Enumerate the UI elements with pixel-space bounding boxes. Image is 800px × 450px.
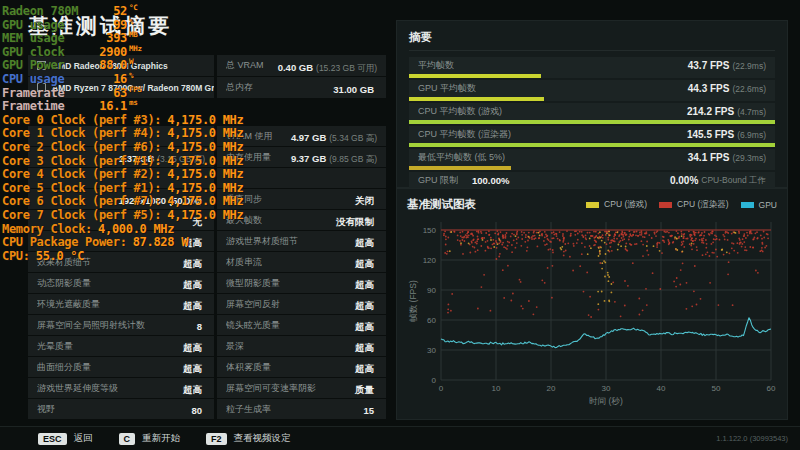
osd-line: Core 0 Clock (perf #3):4,175.0 MHz xyxy=(2,110,245,124)
legend-item: CPU (渲染器) xyxy=(659,199,728,211)
legend-swatch xyxy=(586,202,599,208)
svg-text:60: 60 xyxy=(767,384,776,393)
setting-cell-right: 景深 超高 xyxy=(217,336,386,356)
key-hint[interactable]: ESC 返回 xyxy=(38,432,93,445)
setting-label: 曲面细分质量 xyxy=(37,361,91,374)
svg-text:40: 40 xyxy=(657,384,666,393)
summary-label: 平均帧数 xyxy=(418,59,454,72)
fps-bar xyxy=(409,166,511,170)
device-cell: AMD Ryzen 7 8700G w/ Radeon 780M Graphic… xyxy=(28,77,214,98)
setting-label: 屏幕空间全局照明射线计数 xyxy=(37,319,145,332)
device-chip-icon xyxy=(37,61,46,70)
settings-row: 超高 游戏世界材质细节 超高 xyxy=(28,231,386,251)
osd-unit: °C xyxy=(129,3,137,12)
settings-row: 视野 80 粒子生成率 15 xyxy=(28,399,386,419)
setting-cell-right: VRAM 使用 4.97 GB(5.34 GB 高) xyxy=(217,126,386,146)
summary-row: CPU 平均帧数 (渲染器) 145.5 FPS (6.9ms) xyxy=(409,126,775,147)
chart-title: 基准测试图表 xyxy=(407,197,476,212)
setting-note: (9.85 GB 高) xyxy=(329,154,377,164)
legend-swatch xyxy=(741,202,754,208)
setting-cell-left: 游戏世界延伸度等级 超高 xyxy=(28,378,214,398)
settings-row: 无 最大帧数 没有限制 xyxy=(28,210,386,230)
summary-row: GPU 平均帧数 44.3 FPS (22.6ms) xyxy=(409,80,775,101)
summary-label: CPU 平均帧数 (渲染器) xyxy=(418,128,511,141)
setting-cell-right: 屏幕空间可变速率阴影 质量 xyxy=(217,378,386,398)
setting-label: 体积雾质量 xyxy=(226,361,271,374)
setting-label: 游戏世界材质细节 xyxy=(226,235,298,248)
summary-value: 34.1 FPS xyxy=(688,152,730,163)
device-stat-cell: 总内存 31.00 GB xyxy=(217,77,386,98)
svg-text:0: 0 xyxy=(432,376,437,385)
summary-value: 0.00% xyxy=(670,175,698,186)
device-cell: AMD Radeon 780M Graphics xyxy=(28,55,214,76)
setting-value: 15 xyxy=(363,405,374,416)
summary-note: (22.6ms) xyxy=(732,84,766,94)
osd-value: 4,175.0 MHz xyxy=(167,113,243,127)
settings-row: 游戏世界延伸度等级 超高 屏幕空间可变速率阴影 质量 xyxy=(28,378,386,398)
osd-unit: ms xyxy=(129,98,137,107)
setting-value: 超高 xyxy=(355,363,374,374)
svg-text:50: 50 xyxy=(712,384,721,393)
summary-title: 摘要 xyxy=(409,30,775,51)
key-chip[interactable]: F2 xyxy=(206,433,227,445)
setting-label: 垂直同步 xyxy=(226,193,262,206)
hardware-row: AMD Radeon 780M Graphics 总 VRAM 0.40 GB(… xyxy=(28,55,386,76)
summary-value: 44.3 FPS xyxy=(688,83,730,94)
settings-row: 曲面细分质量 超高 体积雾质量 超高 xyxy=(28,357,386,377)
setting-label: VRAM 使用 xyxy=(226,130,273,143)
svg-text:30: 30 xyxy=(427,346,436,355)
setting-value: 4.97 GB xyxy=(291,132,326,143)
stat-value: 0.40 GB xyxy=(278,62,313,73)
fps-bar xyxy=(409,74,541,78)
settings-row: 2.37 GB(3.15 GB 高) 内存使用量 9.37 GB(9.85 GB… xyxy=(28,147,386,167)
device-name: AMD Ryzen 7 8700G w/ Radeon 780M Graphic… xyxy=(52,83,214,93)
osd-value: 16.1 xyxy=(95,100,127,114)
key-chip[interactable]: ESC xyxy=(38,433,67,445)
setting-note: (5.34 GB 高) xyxy=(329,133,377,143)
setting-cell-left: 动态阴影质量 超高 xyxy=(28,273,214,293)
setting-value: 超高 xyxy=(183,363,202,374)
setting-value: 超高 xyxy=(183,342,202,353)
stat-label: 总内存 xyxy=(226,81,253,94)
fps-bar xyxy=(409,120,775,124)
legend-label: CPU (游戏) xyxy=(604,199,647,211)
setting-cell-right: 游戏世界材质细节 超高 xyxy=(217,231,386,251)
svg-text:时间 (秒): 时间 (秒) xyxy=(589,396,623,406)
setting-label: 内存使用量 xyxy=(226,151,271,164)
summary-label: CPU 平均帧数 (游戏) xyxy=(418,105,502,118)
key-hint[interactable]: F2 查看视频设定 xyxy=(206,432,291,445)
summary-note: (22.9ms) xyxy=(732,61,766,71)
svg-text:150: 150 xyxy=(423,226,437,235)
setting-value: 1920x1080 (50.0%) xyxy=(119,195,202,206)
setting-value: 超高 xyxy=(355,258,374,269)
setting-cell-right: 粒子生成率 15 xyxy=(217,399,386,419)
setting-value: 超高 xyxy=(183,300,202,311)
settings-table: VRAM 使用 4.97 GB(5.34 GB 高) 2.37 GB(3.15 … xyxy=(28,126,386,420)
setting-value: 9.37 GB xyxy=(291,153,326,164)
setting-cell-left: 超高 xyxy=(28,231,214,251)
settings-row: 环境光遮蔽质量 超高 屏幕空间反射 超高 xyxy=(28,294,386,314)
svg-text:60: 60 xyxy=(427,316,436,325)
setting-cell-right: 屏幕空间反射 超高 xyxy=(217,294,386,314)
setting-value: 质量 xyxy=(355,384,374,395)
stat-note: (15.23 GB 可用) xyxy=(316,63,377,73)
settings-row: 光晕质量 超高 景深 超高 xyxy=(28,336,386,356)
chart-legend: CPU (游戏) CPU (渲染器) GPU xyxy=(574,199,777,211)
settings-row: VRAM 使用 4.97 GB(5.34 GB 高) xyxy=(28,126,386,146)
osd-label: Core 0 Clock (perf #3): xyxy=(2,113,161,127)
svg-text:帧数 (FPS): 帧数 (FPS) xyxy=(408,280,418,322)
setting-cell-left: 无 xyxy=(28,210,214,230)
settings-row: 1920x1080 (50.0%) 垂直同步 关闭 xyxy=(28,189,386,209)
setting-value: 超高 xyxy=(355,279,374,290)
summary-note: (4.7ms) xyxy=(737,107,766,117)
setting-label: 游戏世界延伸度等级 xyxy=(37,382,118,395)
svg-text:120: 120 xyxy=(423,256,437,265)
setting-cell-right: 最大帧数 没有限制 xyxy=(217,210,386,230)
hardware-row: AMD Ryzen 7 8700G w/ Radeon 780M Graphic… xyxy=(28,77,386,98)
key-chip[interactable]: C xyxy=(119,433,136,445)
device-stat-cell: 总 VRAM 0.40 GB(15.23 GB 可用) xyxy=(217,55,386,76)
key-hint[interactable]: C 重新开始 xyxy=(119,432,181,445)
setting-cell-right: 镜头眩光质量 超高 xyxy=(217,315,386,335)
fps-bar xyxy=(409,143,775,147)
setting-label: 环境光遮蔽质量 xyxy=(37,298,100,311)
